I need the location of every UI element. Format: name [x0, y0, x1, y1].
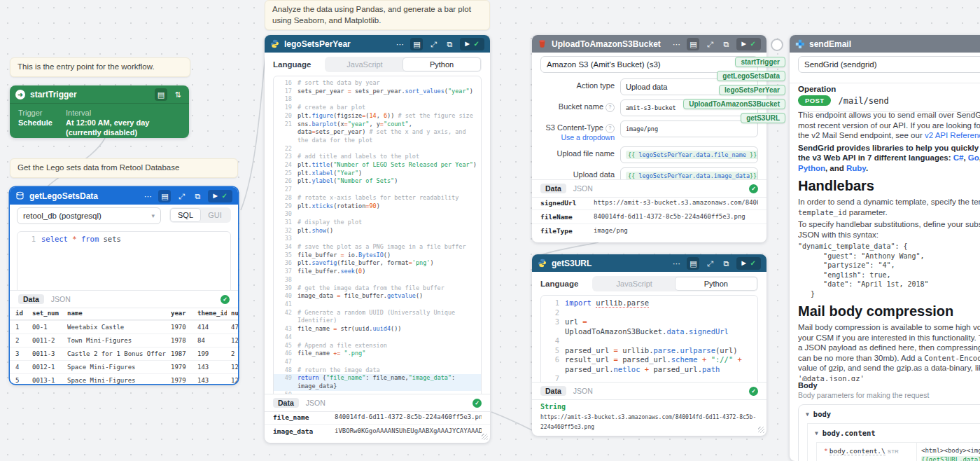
lego-per-year-header[interactable]: legoSetsPerYear ⋯ ▤ ⤢ ⧉ ▶ ✓	[265, 35, 490, 53]
tab-python[interactable]: Python	[676, 277, 757, 290]
collapse-button[interactable]: ⇅	[172, 88, 183, 101]
note-button[interactable]: ▤	[687, 257, 699, 270]
code-line[interactable]: 38	[274, 276, 481, 284]
resize-handle[interactable]	[758, 427, 764, 433]
tree-node-body-content[interactable]: ▼ body.content	[808, 424, 980, 442]
note-button[interactable]: ▤	[410, 38, 423, 50]
code-line[interactable]: 1select * from sets	[18, 235, 230, 245]
copy-output-button[interactable]: ⧉	[192, 190, 203, 202]
code-line[interactable]: 19# create a bar plot	[274, 104, 481, 112]
code-line[interactable]: 18	[274, 95, 481, 104]
code-line[interactable]: 33	[274, 235, 481, 243]
collapse-button[interactable]: ⤢	[704, 38, 715, 50]
comment-entry-point[interactable]: This is the entry point for the workflow…	[10, 57, 190, 77]
sql-editor[interactable]: 1select * from sets	[17, 231, 231, 296]
run-button[interactable]: ▶ ✓	[460, 38, 484, 50]
comment-get-lego-data[interactable]: Get the Lego sets data from Retool Datab…	[10, 158, 238, 178]
tab-python[interactable]: Python	[403, 58, 480, 71]
code-line[interactable]: 34# save the plot as a PNG image in a fi…	[274, 243, 481, 252]
use-dropdown-link[interactable]: Use a dropdown	[540, 133, 615, 142]
more-button[interactable]: ⋯	[671, 38, 682, 50]
code-line[interactable]: 24plt.title("Number of LEGO Sets Release…	[274, 161, 481, 170]
resource-select[interactable]: retool_db (postgresql) ▾	[17, 207, 161, 224]
tab-json[interactable]: JSON	[306, 399, 326, 407]
tab-javascript[interactable]: JavaScript	[326, 58, 403, 71]
code-line[interactable]: 41	[274, 301, 481, 309]
code-line[interactable]: 6result_url = parsed_url.scheme + "://" …	[541, 355, 757, 374]
table-row[interactable]: 30011-3Castle 2 for 1 Bonus Offer1987199…	[10, 347, 238, 360]
send-email-header[interactable]: sendEmail ⋯ ▤ ⤢	[790, 35, 980, 53]
run-button[interactable]: ▶ ✓	[208, 190, 232, 202]
collapse-button[interactable]: ⤢	[704, 257, 715, 270]
sql-gui-toggle[interactable]: SQL GUI	[169, 207, 231, 223]
collapse-button[interactable]: ⤢	[428, 38, 439, 50]
block-chip[interactable]: getLegoSetsData	[717, 71, 785, 81]
block-lego-sets-per-year[interactable]: legoSetsPerYear ⋯ ▤ ⤢ ⧉ ▶ ✓ Language Jav…	[265, 35, 490, 443]
code-line[interactable]: 47	[274, 358, 481, 366]
copy-output-button[interactable]: ⧉	[720, 38, 732, 50]
tab-json[interactable]: JSON	[573, 387, 593, 395]
tab-gui[interactable]: GUI	[200, 209, 230, 221]
run-button[interactable]: ▶ ✓	[736, 257, 761, 270]
table-row[interactable]: 50013-1Space Mini-Figures197914312	[10, 373, 238, 384]
doc-link[interactable]: v2 API Reference	[925, 131, 980, 139]
copy-output-button[interactable]: ⧉	[720, 257, 732, 270]
code-line[interactable]: 45# Append a file extension	[274, 342, 481, 350]
code-line[interactable]: 49return {"file_name": file_name,"image_…	[274, 374, 481, 390]
note-button[interactable]: ▤	[155, 88, 167, 101]
more-button[interactable]: ⋯	[671, 257, 682, 270]
code-line[interactable]: 4	[541, 336, 757, 346]
code-line[interactable]: 26plt.ylabel("Number of Sets")	[274, 177, 481, 186]
resource-select[interactable]: SendGrid (sendgrid) ▾	[798, 56, 980, 73]
workflow-canvas[interactable]: { "icons":{"more":"⋯","note":"▤","collap…	[0, 0, 980, 461]
code-line[interactable]: 16# sort the data by year	[274, 79, 481, 88]
table-row[interactable]: 20011-2Town Mini-Figures19788412	[10, 333, 238, 347]
code-line[interactable]: 1import urllib.parse	[541, 298, 757, 308]
block-get-s3-url[interactable]: getS3URL ⋯ ▤ ⤢ ⧉ ▶ ✓ Language JavaScript…	[532, 254, 766, 436]
code-line[interactable]: 22	[274, 145, 481, 153]
code-line[interactable]: 37file_buffer.seek(0)	[274, 268, 481, 276]
code-line[interactable]: 40image_data = file_buffer.getvalue()	[274, 292, 481, 301]
code-line[interactable]: 32plt.show()	[274, 227, 481, 235]
more-button[interactable]: ⋯	[142, 190, 153, 202]
run-button[interactable]: ▶ ✓	[736, 38, 761, 50]
table-row[interactable]: 40012-1Space Mini-Figures197914312	[10, 360, 238, 373]
note-button[interactable]: ▤	[687, 38, 699, 50]
comment-analyze-data[interactable]: Analyze the data using Pandas, and gener…	[265, 0, 490, 30]
copy-output-button[interactable]: ⧉	[444, 38, 455, 50]
block-get-lego-sets-data[interactable]: getLegoSetsData ⋯ ▤ ⤢ ⧉ ▶ ✓ retool_db (p…	[10, 187, 238, 384]
code-line[interactable]: 46file_name += ".png"	[274, 350, 481, 358]
tree-node-body[interactable]: ▼ body	[799, 405, 980, 423]
code-line[interactable]: 43file_name = str(uuid.uuid4())	[274, 325, 481, 333]
get-s3-url-header[interactable]: getS3URL ⋯ ▤ ⤢ ⧉ ▶ ✓	[532, 254, 766, 272]
collapse-button[interactable]: ⤢	[176, 190, 187, 202]
block-chip[interactable]: UploadToAmazonS3Bucket	[683, 99, 785, 109]
start-trigger-header[interactable]: ➜ startTrigger ▤ ⇅	[10, 85, 189, 103]
block-start-trigger[interactable]: ➜ startTrigger ▤ ⇅ Trigger Interval Sche…	[10, 85, 189, 138]
block-chip[interactable]: startTrigger	[735, 57, 785, 67]
code-line[interactable]: 25plt.xlabel("Year")	[274, 170, 481, 178]
note-button[interactable]: ▤	[158, 190, 171, 202]
tab-json[interactable]: JSON	[573, 184, 593, 193]
code-line[interactable]: 23# add title and labels to the plot	[274, 153, 481, 161]
code-line[interactable]: 36plt.savefig(file_buffer, format='png')	[274, 259, 481, 268]
code-line[interactable]: 31# display the plot	[274, 219, 481, 227]
tab-data[interactable]: Data	[540, 386, 566, 396]
language-toggle[interactable]: JavaScript Python	[325, 57, 482, 72]
doc-link[interactable]: Python	[798, 164, 825, 172]
code-line[interactable]: 2	[541, 308, 757, 318]
language-toggle[interactable]: JavaScript Python	[592, 276, 758, 291]
results-table[interactable]: idset_numnameyeartheme_idnum_p100-1Weeta…	[10, 307, 238, 384]
code-line[interactable]: 5parsed_url = urllib.parse.urlparse(url)	[541, 346, 757, 356]
python-editor[interactable]: 1import urllib.parse2 3url = UploadToAma…	[540, 295, 758, 389]
tab-json[interactable]: JSON	[51, 295, 71, 303]
python-editor[interactable]: 16# sort the data by year17sets_per_year…	[273, 76, 482, 398]
block-chip[interactable]: legoSetsPerYear	[719, 85, 785, 95]
upload-file-name-input[interactable]: {{ legoSetsPerYear.data.file_name }}	[620, 146, 758, 163]
code-line[interactable]: 42# Generate a random UUID (Universally …	[274, 309, 481, 325]
code-line[interactable]: 3url = UploadToAmazonS3Bucket.data.signe…	[541, 317, 757, 336]
tab-javascript[interactable]: JavaScript	[594, 277, 676, 290]
tab-data[interactable]: Data	[540, 184, 566, 193]
code-line[interactable]: 21sns.barplot(x="year", y="count", data=…	[274, 121, 481, 145]
code-line[interactable]: 35file_buffer = io.BytesIO()	[274, 252, 481, 260]
